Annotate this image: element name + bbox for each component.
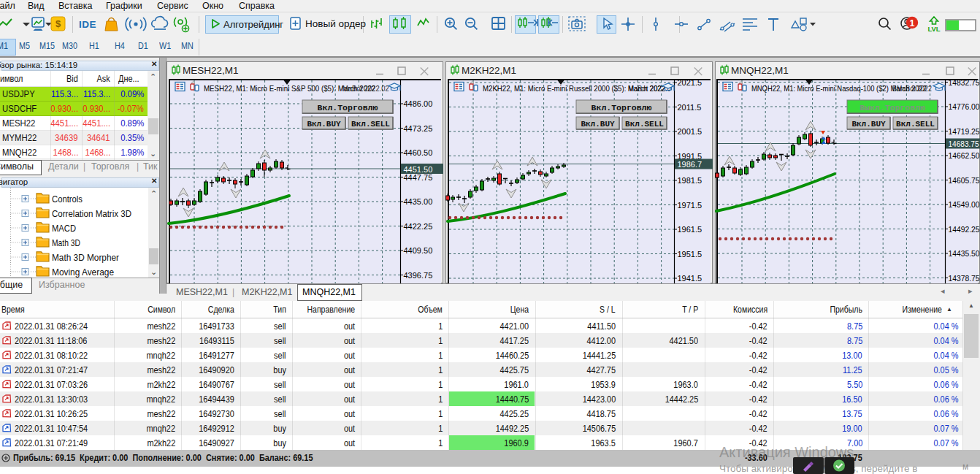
svg-text:1: 1 xyxy=(910,18,915,28)
svg-text:LVL: LVL xyxy=(927,25,940,33)
svg-text:2011.5: 2011.5 xyxy=(678,103,702,112)
svg-text:14605.75: 14605.75 xyxy=(949,176,980,185)
svg-text:Вкл.BUY: Вкл.BUY xyxy=(307,120,341,129)
svg-text:Вкл.Торговлю: Вкл.Торговлю xyxy=(318,103,378,112)
svg-text:4451.50: 4451.50 xyxy=(404,165,433,174)
svg-text:Controls: Controls xyxy=(52,194,83,204)
svg-text:Вкл.BUY: Вкл.BUY xyxy=(581,120,615,129)
svg-text:4473.25: 4473.25 xyxy=(404,124,433,133)
svg-text:BMaBot 2022: BMaBot 2022 xyxy=(892,84,932,93)
svg-text:Вкл.BUY: Вкл.BUY xyxy=(851,120,886,129)
svg-text:14435.50: 14435.50 xyxy=(949,249,980,258)
svg-text:MNQH22,M1: MNQH22,M1 xyxy=(731,65,789,76)
svg-text:$: $ xyxy=(55,18,61,29)
svg-text:1961.5: 1961.5 xyxy=(678,225,703,234)
svg-text:14492.25: 14492.25 xyxy=(949,225,980,234)
svg-text:4460.50: 4460.50 xyxy=(404,148,433,157)
svg-text:Correlation Matrix 3D: Correlation Matrix 3D xyxy=(52,208,131,219)
svg-text:14549.00: 14549.00 xyxy=(949,200,980,209)
svg-text:MESH22,M1: MESH22,M1 xyxy=(183,65,239,76)
svg-text:Вкл.Торговлю: Вкл.Торговлю xyxy=(592,103,652,112)
svg-text:MaBot 2022.02: MaBot 2022.02 xyxy=(342,84,389,93)
svg-text:Вкл.SELL: Вкл.SELL xyxy=(625,120,664,129)
svg-text:14662.50: 14662.50 xyxy=(949,151,980,160)
svg-text:Moving Average: Moving Average xyxy=(52,267,114,278)
svg-text:1951.5: 1951.5 xyxy=(678,250,703,259)
svg-text:MACD: MACD xyxy=(52,223,76,234)
svg-text:14832.75: 14832.75 xyxy=(949,78,980,87)
svg-text:2021.5: 2021.5 xyxy=(678,78,703,87)
svg-text:1981.5: 1981.5 xyxy=(678,176,703,185)
svg-text:Math 3D Morpher: Math 3D Morpher xyxy=(52,252,120,263)
svg-text:IDE: IDE xyxy=(79,19,96,30)
svg-text:4409.50: 4409.50 xyxy=(404,246,433,255)
svg-text:14683.75: 14683.75 xyxy=(949,139,979,148)
svg-text:4447.75: 4447.75 xyxy=(404,173,433,182)
svg-text:M2KH22,M1: M2KH22,M1 xyxy=(462,65,516,76)
svg-text:Math 3D: Math 3D xyxy=(52,237,80,248)
svg-text:2001.5: 2001.5 xyxy=(678,127,703,136)
svg-text:4486.00: 4486.00 xyxy=(404,99,433,108)
svg-text:1941.5: 1941.5 xyxy=(678,274,703,283)
svg-text:Выкл.Торговлю: Выкл.Торговлю xyxy=(860,103,925,112)
svg-text:14719.25: 14719.25 xyxy=(949,127,980,136)
svg-text:4422.25: 4422.25 xyxy=(404,222,433,231)
svg-text:Вкл.SELL: Вкл.SELL xyxy=(351,120,390,129)
svg-text:14776.00: 14776.00 xyxy=(949,102,980,111)
svg-text:4435.00: 4435.00 xyxy=(404,197,433,206)
svg-text:14378.75: 14378.75 xyxy=(949,274,980,283)
svg-text:4396.75: 4396.75 xyxy=(404,271,433,280)
svg-text:1971.5: 1971.5 xyxy=(678,201,703,210)
svg-text:Вкл.SELL: Вкл.SELL xyxy=(896,120,935,129)
svg-text:1986.7: 1986.7 xyxy=(678,160,703,169)
